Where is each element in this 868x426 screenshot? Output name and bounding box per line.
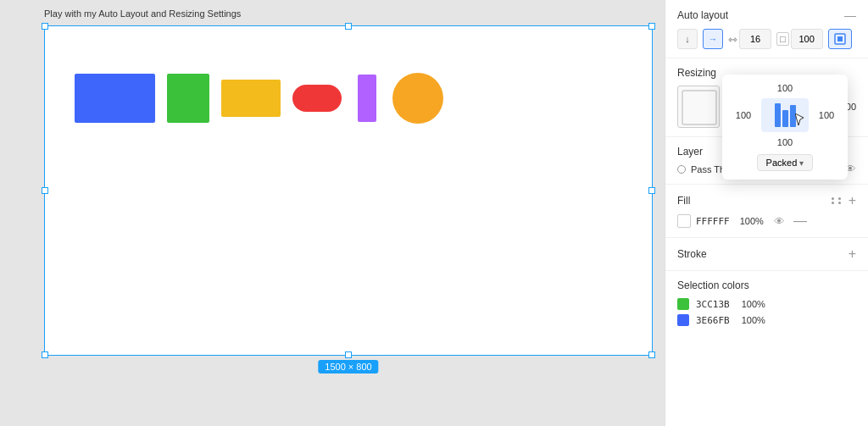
clip-content-btn[interactable] xyxy=(828,29,852,49)
layer-title: Layer xyxy=(677,146,703,158)
padding-group: □ xyxy=(776,29,823,49)
popup-middle-row: 100 100 xyxy=(731,98,839,132)
fill-percent: 100% xyxy=(740,216,764,226)
fill-header: Fill + xyxy=(677,193,856,208)
corner-handle-tm[interactable] xyxy=(345,23,352,30)
color-hex-green: 3CC13B xyxy=(696,299,730,310)
color-percent-green: 100% xyxy=(742,299,765,309)
collapse-icon[interactable]: — xyxy=(844,8,856,22)
shape-purple-rect[interactable] xyxy=(358,75,376,122)
padding-dropdown-popup: 100 100 100 100 Packed ▾ xyxy=(722,75,848,180)
stroke-section: Stroke + xyxy=(665,238,868,271)
auto-layout-header: Auto layout — xyxy=(677,8,856,22)
fill-color-value[interactable]: FFFFFF xyxy=(696,216,730,227)
resizing-box xyxy=(677,86,720,128)
color-swatch-green[interactable] xyxy=(677,298,689,310)
fill-visibility-icon[interactable]: 👁 xyxy=(774,215,785,228)
columns-icon xyxy=(775,103,796,127)
col-bar-1 xyxy=(775,103,781,127)
popup-left-value[interactable]: 100 xyxy=(731,110,756,120)
corner-handle-br[interactable] xyxy=(648,351,655,358)
frame-container[interactable]: 1500 × 800 xyxy=(44,25,653,356)
corner-handle-ml[interactable] xyxy=(42,187,48,194)
col-bar-2 xyxy=(782,110,788,127)
stroke-title: Stroke xyxy=(677,248,707,260)
stroke-header: Stroke + xyxy=(677,246,856,262)
corner-handle-tl[interactable] xyxy=(42,23,48,30)
direction-right-btn[interactable]: → xyxy=(703,29,723,49)
canvas-area: Play with my Auto Layout and Resizing Se… xyxy=(0,0,665,426)
stroke-add-icon[interactable]: + xyxy=(849,246,856,262)
frame-size-label: 1500 × 800 xyxy=(318,360,378,373)
selection-colors-header: Selection colors xyxy=(677,279,856,291)
corner-handle-bl[interactable] xyxy=(42,351,48,358)
fill-title: Fill xyxy=(677,195,690,207)
color-item-blue: 3E66FB 100% xyxy=(677,314,856,326)
popup-top-value[interactable]: 100 xyxy=(731,83,839,93)
packed-dropdown[interactable]: Packed ▾ xyxy=(757,154,814,171)
packed-row: Packed ▾ xyxy=(731,154,839,171)
selection-colors-title: Selection colors xyxy=(677,279,749,291)
corner-handle-bm[interactable] xyxy=(345,351,352,358)
popup-icon-center[interactable] xyxy=(761,98,809,132)
shape-green-rect[interactable] xyxy=(167,74,209,123)
packed-label: Packed xyxy=(766,158,798,168)
spacing-group: ⇿ xyxy=(728,29,771,49)
auto-layout-section: Auto layout — ↓ → ⇿ □ xyxy=(665,0,868,58)
frame-label: Play with my Auto Layout and Resizing Se… xyxy=(44,8,241,19)
shape-red-pill[interactable] xyxy=(292,85,342,112)
padding-icon: □ xyxy=(776,32,789,46)
cursor-indicator xyxy=(795,113,804,129)
padding-input[interactable] xyxy=(791,29,823,49)
shape-yellow-rect[interactable] xyxy=(221,80,281,117)
fill-section: Fill + FFFFFF 100% 👁 — xyxy=(665,185,868,238)
shapes-row xyxy=(45,26,652,170)
dots-grid-icon[interactable] xyxy=(832,197,843,204)
svg-rect-2 xyxy=(682,91,716,124)
auto-layout-title: Auto layout xyxy=(677,9,728,21)
direction-down-btn[interactable]: ↓ xyxy=(677,29,698,49)
auto-layout-controls: ↓ → ⇿ □ xyxy=(677,29,856,49)
selection-colors-section: Selection colors 3CC13B 100% 3E66FB 100% xyxy=(665,271,868,339)
fill-remove-icon[interactable]: — xyxy=(793,213,807,229)
fill-color-swatch[interactable] xyxy=(677,214,691,228)
popup-right-value[interactable]: 100 xyxy=(814,110,839,120)
color-swatch-blue[interactable] xyxy=(677,314,689,326)
corner-handle-mr[interactable] xyxy=(648,187,655,194)
fill-header-actions: + xyxy=(832,193,856,208)
packed-chevron-icon: ▾ xyxy=(799,158,804,168)
spacing-icon: ⇿ xyxy=(728,33,737,46)
corner-handle-tr[interactable] xyxy=(648,23,655,30)
fill-add-icon[interactable]: + xyxy=(849,193,856,208)
layer-mode-circle xyxy=(677,165,686,174)
color-percent-blue: 100% xyxy=(742,315,765,325)
right-panel: Auto layout — ↓ → ⇿ □ Resizing xyxy=(665,0,868,426)
shape-orange-circle[interactable] xyxy=(392,73,443,124)
shape-blue-rect[interactable] xyxy=(75,74,155,123)
spacing-input[interactable] xyxy=(739,29,771,49)
svg-rect-1 xyxy=(837,36,843,41)
fill-row: FFFFFF 100% 👁 — xyxy=(677,213,856,229)
color-hex-blue: 3E66FB xyxy=(696,315,730,326)
color-item-green: 3CC13B 100% xyxy=(677,298,856,310)
popup-bottom-value[interactable]: 100 xyxy=(731,137,839,147)
